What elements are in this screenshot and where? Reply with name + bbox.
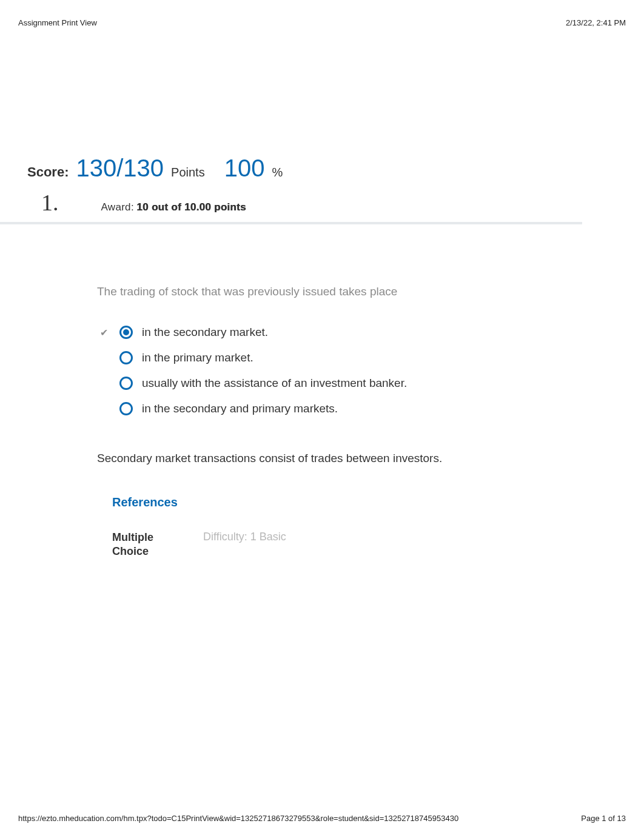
- question-header: 1. Award: 10 out of 10.00 points: [0, 189, 582, 224]
- score-bar: Score: 130/130 Points 100 %: [0, 155, 644, 182]
- radio-button[interactable]: [119, 377, 133, 390]
- option-label: in the secondary market.: [142, 326, 268, 339]
- references-row: Multiple Choice Difficulty: 1 Basic: [112, 531, 644, 559]
- option-label: usually with the assistance of an invest…: [142, 377, 407, 390]
- score-label: Score:: [27, 164, 69, 180]
- award-label: Award:: [101, 201, 134, 213]
- radio-button[interactable]: [119, 402, 133, 415]
- option-label: in the primary market.: [142, 351, 253, 364]
- score-percent: 100: [224, 155, 265, 182]
- question-number: 1.: [41, 189, 59, 216]
- footer-page: Page 1 of 13: [581, 814, 626, 823]
- header-title: Assignment Print View: [18, 18, 97, 27]
- footer-url: https://ezto.mheducation.com/hm.tpx?todo…: [18, 814, 458, 823]
- page-footer: https://ezto.mheducation.com/hm.tpx?todo…: [18, 814, 626, 823]
- option-row[interactable]: ✔ in the secondary market.: [97, 326, 644, 339]
- option-row[interactable]: usually with the assistance of an invest…: [97, 377, 644, 390]
- options-list: ✔ in the secondary market. in the primar…: [97, 326, 644, 415]
- header-timestamp: 2/13/22, 2:41 PM: [566, 18, 626, 27]
- checkmark-icon: ✔: [100, 327, 108, 338]
- radio-selected-icon: [123, 329, 129, 335]
- score-value: 130/130: [76, 155, 164, 182]
- question-text: The trading of stock that was previously…: [97, 285, 644, 298]
- radio-button[interactable]: [119, 351, 133, 364]
- question-body: The trading of stock that was previously…: [97, 285, 644, 559]
- score-points-label: Points: [171, 166, 205, 179]
- page-header: Assignment Print View 2/13/22, 2:41 PM: [0, 0, 644, 27]
- option-label: in the secondary and primary markets.: [142, 402, 338, 415]
- check-col: ✔: [97, 327, 110, 338]
- option-row[interactable]: in the secondary and primary markets.: [97, 402, 644, 415]
- references-difficulty: Difficulty: 1 Basic: [203, 531, 286, 559]
- option-row[interactable]: in the primary market.: [97, 351, 644, 364]
- explanation-text: Secondary market transactions consist of…: [97, 452, 644, 465]
- award-wrapper: Award: 10 out of 10.00 points: [101, 201, 246, 213]
- references-type: Multiple Choice: [112, 531, 167, 559]
- award-value: 10 out of 10.00 points: [136, 201, 246, 213]
- score-percent-symbol: %: [272, 166, 283, 179]
- references-heading: References: [112, 495, 644, 509]
- radio-button[interactable]: [119, 326, 133, 339]
